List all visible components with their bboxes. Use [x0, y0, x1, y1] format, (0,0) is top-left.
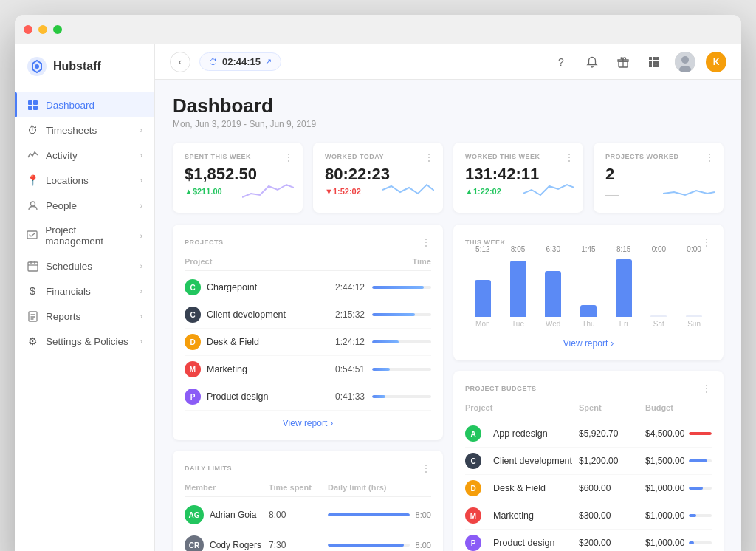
week-hour-thu: 1:45 [581, 245, 595, 253]
week-col-fri: 8:15 Fri [616, 245, 632, 328]
stat-card-projects: PROJECTS WORKED 2 — ⋮ [594, 143, 724, 213]
pb-budget-val-client-dev: $1,500.00 [645, 456, 684, 466]
dl-col-time-spent: Time spent [269, 483, 328, 492]
sidebar-item-project-management[interactable]: Project management › [15, 218, 154, 253]
sidebar-item-label-reports: Reports [46, 311, 80, 322]
user-initial[interactable]: K [706, 52, 726, 72]
settings-icon: ⚙ [27, 335, 38, 347]
svg-point-6 [30, 202, 35, 206]
project-row-marketing: M Marketing 0:54:51 [185, 356, 431, 383]
week-hour-sun: 0:00 [687, 245, 701, 253]
this-week-card: THIS WEEK ⋮ 5:12 Mon [453, 225, 724, 360]
notifications-button[interactable] [582, 52, 602, 72]
daily-limits-card: DAILY LIMITS ⋮ Member Time spent Daily l… [173, 451, 443, 551]
gift-button[interactable] [613, 52, 633, 72]
bottom-grid: PROJECTS ⋮ Project Time C Chargepoint [173, 225, 724, 551]
svg-rect-5 [33, 106, 38, 110]
week-hour-sat: 0:00 [652, 245, 666, 253]
project-row-product-design: P Product design 0:41:33 [185, 383, 431, 411]
sidebar-item-locations[interactable]: 📍 Locations › [15, 168, 154, 193]
project-budgets-menu[interactable]: ⋮ [701, 383, 712, 394]
sidebar-item-label-locations: Locations [46, 175, 89, 186]
pb-row-client-dev: C Client development $1,200.00 $1,500.00 [465, 448, 712, 475]
stat-menu-projects[interactable]: ⋮ [704, 151, 715, 163]
week-day-sun: Sun [687, 320, 701, 328]
projects-view-report[interactable]: View report › [185, 411, 431, 428]
minimize-button[interactable] [38, 25, 47, 34]
chevron-icon: › [140, 151, 142, 160]
sidebar-item-financials[interactable]: $ Financials › [15, 278, 154, 304]
project-name-desk-field: Desk & Field [207, 337, 335, 347]
sparkline-projects [663, 179, 715, 204]
sidebar-item-label-timesheets: Timesheets [46, 125, 97, 136]
daily-limits-title: DAILY LIMITS [185, 465, 232, 472]
project-row-client-dev: C Client development 2:15:32 [185, 301, 431, 329]
dl-limit-adrian: 8:00 [416, 510, 431, 519]
this-week-view-report[interactable]: View report › [465, 331, 712, 349]
daily-limits-menu[interactable]: ⋮ [421, 462, 431, 474]
projects-col-time: Time [413, 257, 431, 266]
user-avatar[interactable] [675, 52, 695, 72]
pb-name-product-design: Product design [493, 538, 579, 548]
sidebar-item-reports[interactable]: Reports › [15, 304, 154, 329]
back-button[interactable]: ‹ [170, 52, 190, 72]
week-bar-wrap-mon [475, 258, 491, 317]
pb-dot-app-redesign: A [465, 425, 481, 442]
sidebar-item-dashboard[interactable]: Dashboard [15, 92, 154, 117]
project-bar-fill-desk-field [372, 340, 399, 343]
sidebar-navigation: Dashboard ⏱ Timesheets › [15, 86, 154, 551]
pb-spent-client-dev: $1,200.00 [579, 456, 645, 466]
week-col-sun: 0:00 Sun [686, 245, 702, 328]
dl-row-adrian: AG Adrian Goia 8:00 8:00 [185, 500, 431, 530]
stat-card-spent: SPENT THIS WEEK $1,852.50 ▲$211.00 ⋮ [173, 143, 303, 213]
dl-bar-fill-adrian [328, 513, 410, 516]
week-bar-wed [545, 271, 561, 317]
sidebar-item-timesheets[interactable]: ⏱ Timesheets › [15, 117, 154, 143]
pb-dot-client-dev: C [465, 453, 481, 469]
pb-name-client-dev: Client development [493, 456, 579, 466]
pb-row-marketing: M Marketing $300.00 $1,000.00 [465, 502, 712, 530]
sidebar-item-people[interactable]: People › [15, 193, 154, 218]
this-week-menu[interactable]: ⋮ [701, 236, 712, 248]
pb-col-spent: Spent [579, 403, 645, 412]
stat-menu-worked-today[interactable]: ⋮ [424, 151, 434, 163]
stat-menu-worked-week[interactable]: ⋮ [564, 151, 574, 163]
projects-card-menu[interactable]: ⋮ [421, 236, 431, 248]
pb-bar-container-client-dev [689, 459, 712, 462]
pb-row-product-design: P Product design $200.00 $1,000.00 [465, 530, 712, 551]
dl-bar-container-cody [328, 544, 410, 547]
chevron-icon: › [140, 312, 142, 321]
sidebar-item-activity[interactable]: Activity › [15, 143, 154, 168]
sidebar-item-label-settings: Settings & Policies [46, 336, 128, 347]
maximize-button[interactable] [53, 25, 62, 34]
project-bar-chargepoint [372, 286, 431, 289]
chevron-icon: › [140, 177, 142, 185]
week-day-mon: Mon [475, 320, 489, 328]
stat-menu-spent[interactable]: ⋮ [284, 151, 294, 163]
sidebar-item-settings[interactable]: ⚙ Settings & Policies › [15, 329, 154, 354]
svg-rect-17 [656, 61, 659, 64]
apps-button[interactable] [644, 52, 664, 72]
help-button[interactable]: ? [551, 52, 571, 72]
dl-bar-wrap-adrian: 8:00 [328, 510, 431, 519]
week-day-tue: Tue [512, 320, 524, 328]
week-col-mon: 5:12 Mon [475, 245, 491, 328]
dl-col-member: Member [185, 483, 269, 492]
close-button[interactable] [24, 25, 32, 34]
timer-display[interactable]: ⏱ 02:44:15 ↗ [199, 52, 281, 71]
week-bar-wrap-sun [686, 258, 702, 317]
week-chart: 5:12 Mon 8:05 [465, 257, 712, 331]
stat-label-worked-week: WORKED THIS WEEK [465, 153, 571, 160]
pb-budget-val-product-design: $1,000.00 [645, 538, 684, 548]
pb-budget-val-marketing: $1,000.00 [645, 510, 684, 521]
project-dot-marketing: M [185, 361, 201, 377]
sidebar-item-schedules[interactable]: Schedules › [15, 253, 154, 278]
week-bar-mon [475, 280, 491, 317]
project-bar-desk-field [372, 340, 431, 343]
pb-budget-val-app-redesign: $4,500.00 [645, 428, 684, 439]
topbar: ‹ ⏱ 02:44:15 ↗ ? [155, 44, 741, 80]
project-time-marketing: 0:54:51 [335, 364, 365, 374]
pb-bar-fill-product-design [689, 541, 693, 544]
project-bar-client-dev [372, 313, 431, 316]
project-bar-fill-chargepoint [372, 286, 424, 289]
